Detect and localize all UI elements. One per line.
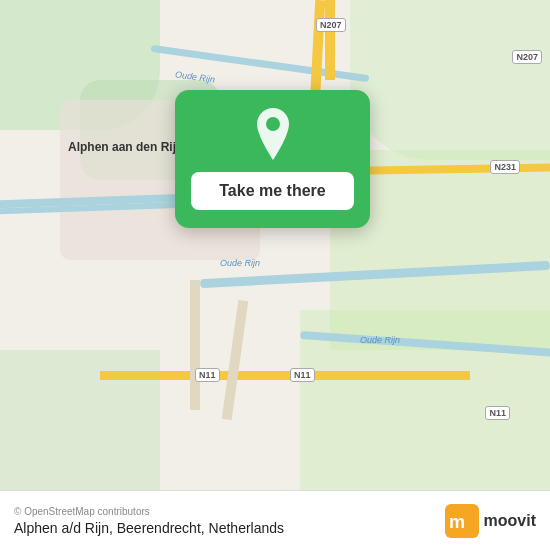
copyright-text: © OpenStreetMap contributors bbox=[14, 506, 284, 517]
moovit-icon: m bbox=[445, 504, 479, 538]
road-label-n231: N231 bbox=[490, 160, 520, 174]
bottom-left-info: © OpenStreetMap contributors Alphen a/d … bbox=[14, 506, 284, 536]
road-label-n11-2: N11 bbox=[290, 368, 315, 382]
location-text: Alphen a/d Rijn, Beerendrecht, Netherlan… bbox=[14, 520, 284, 536]
moovit-logo: m moovit bbox=[445, 504, 536, 538]
take-me-there-button[interactable]: Take me there bbox=[191, 172, 354, 210]
moovit-brand-text: moovit bbox=[484, 512, 536, 530]
bottom-bar: © OpenStreetMap contributors Alphen a/d … bbox=[0, 490, 550, 550]
popup-card: Take me there bbox=[175, 90, 370, 228]
city-label: Alphen aan den Rijn bbox=[68, 140, 183, 156]
road-segment bbox=[190, 280, 200, 410]
road-label-n11-3: N11 bbox=[485, 406, 510, 420]
road-label-n207-right: N207 bbox=[512, 50, 542, 64]
location-pin-icon bbox=[252, 108, 294, 160]
water-label-oude-rijn-mid: Oude Rijn bbox=[220, 258, 260, 268]
road-n11 bbox=[100, 371, 470, 380]
svg-point-0 bbox=[266, 117, 280, 131]
svg-text:m: m bbox=[449, 512, 465, 532]
map-container[interactable]: N207 N207 N231 N11 N11 N11 Oude Rijn Oud… bbox=[0, 0, 550, 490]
water-label-oude-rijn-right: Oude Rijn bbox=[360, 335, 400, 345]
green-area bbox=[350, 0, 550, 160]
road-label-n207: N207 bbox=[316, 18, 346, 32]
road-label-n11-1: N11 bbox=[195, 368, 220, 382]
road-segment bbox=[325, 0, 335, 80]
